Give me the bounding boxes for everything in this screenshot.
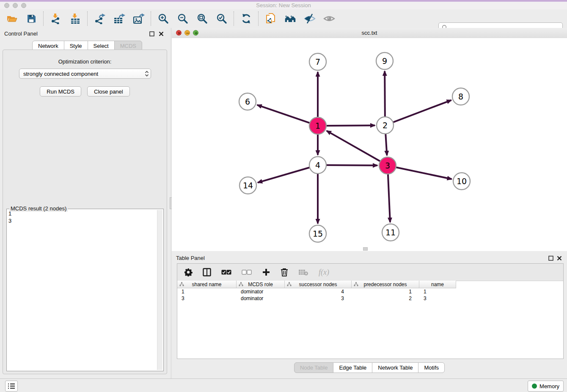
svg-text:14: 14 [243,181,253,190]
column-header-successor-nodes[interactable]: successor nodes [285,281,352,288]
table-toolbar: f(x) [177,264,563,281]
table-panel-tabs: Node TableEdge TableNetwork TableMotifs [172,362,567,373]
graph-edge-1-2[interactable] [325,125,375,126]
graph-node-8[interactable]: 8 [452,88,469,105]
graph-node-3[interactable]: 3 [379,157,396,174]
network-canvas[interactable]: 7968124314101511 [172,38,567,251]
mcds-result-list: 13 [8,210,11,224]
tab-edge-table[interactable]: Edge Table [333,362,372,373]
export-network-icon[interactable] [94,13,106,25]
apply-layout-icon[interactable] [240,13,252,25]
export-table-icon[interactable] [113,13,125,25]
close-panel-icon[interactable] [557,255,563,261]
graph-node-6[interactable]: 6 [239,93,256,110]
show-all-icon[interactable] [323,13,335,25]
node-table-container: f(x) shared nameMCDS rolesuccessor nodes… [177,263,564,359]
column-header-shared-name[interactable]: shared name [177,281,237,288]
hide-selection-icon[interactable] [304,13,316,25]
table-settings-gear-icon[interactable] [184,268,193,276]
task-history-button[interactable] [5,381,18,392]
graph-edge-4-14[interactable] [258,167,311,182]
graph-node-14[interactable]: 14 [239,177,256,194]
svg-text:10: 10 [457,177,467,186]
zoom-selected-icon[interactable] [216,13,228,25]
close-panel-button[interactable]: Close panel [87,86,130,97]
graph-node-2[interactable]: 2 [377,117,394,134]
memory-button[interactable]: Memory [528,381,564,392]
run-mcds-button[interactable]: Run MCDS [40,86,81,97]
column-header-name[interactable]: name [419,281,456,288]
graph-edge-2-3[interactable] [385,133,387,155]
window-accent-strip [0,0,567,2]
table-cell[interactable]: 1 [419,288,456,295]
chevron-updown-icon [143,70,151,77]
flow-hierarchy-icon [354,282,358,288]
zoom-in-icon[interactable] [157,13,169,25]
graph-edge-3-10[interactable] [395,167,452,179]
network-view-frame: scc.txt 7968124314101511 [172,28,567,251]
table-cell[interactable]: 3 [177,295,237,302]
close-panel-icon[interactable] [159,30,165,36]
select-all-columns-icon[interactable] [221,270,231,275]
import-table-icon[interactable] [69,13,81,25]
open-session-icon[interactable] [6,13,18,25]
float-panel-icon[interactable] [548,255,554,261]
canvas-grip[interactable] [363,247,368,251]
graph-edge-3-1[interactable] [327,131,381,162]
table-rows: 1dominator4113dominator323 [177,288,563,302]
zoom-fit-icon[interactable] [196,13,208,25]
result-scrollbar[interactable] [157,210,162,370]
status-bar: Memory [0,378,567,392]
memory-status-icon [532,384,537,389]
table-cell[interactable]: 4 [285,288,352,295]
zoom-out-icon[interactable] [177,13,189,25]
graph-edge-2-8[interactable] [392,100,451,123]
network-frame-titlebar: scc.txt [172,28,567,39]
column-header-label: MCDS role [248,282,273,287]
table-cell[interactable]: 1 [352,288,419,295]
graph-node-15[interactable]: 15 [309,225,326,242]
graph-node-9[interactable]: 9 [376,52,393,69]
table-cell[interactable]: dominator [237,295,285,302]
graph-edge-3-11[interactable] [388,173,390,222]
mcds-panel: Optimization criterion: strongly connect… [3,50,167,374]
delete-table-icon [298,269,308,276]
create-column-icon[interactable] [262,268,270,276]
column-header-MCDS-role[interactable]: MCDS role [237,281,285,288]
graph-node-10[interactable]: 10 [453,173,470,190]
tab-network-table[interactable]: Network Table [372,362,418,373]
tab-motifs[interactable]: Motifs [418,362,445,373]
graph-node-11[interactable]: 11 [382,224,399,241]
new-network-from-selection-icon[interactable] [265,13,277,25]
table-cell[interactable]: dominator [237,288,285,295]
column-header-label: successor nodes [299,282,337,287]
table-cell[interactable]: 1 [177,288,237,295]
table-cell[interactable]: 3 [285,295,352,302]
delete-column-trash-icon[interactable] [281,268,288,276]
table-row[interactable]: 1dominator411 [177,288,563,295]
save-session-icon[interactable] [25,13,37,25]
control-panel-title: Control Panel [4,30,38,37]
svg-text:9: 9 [382,56,387,66]
table-panel-header: Table Panel [172,252,567,263]
import-network-icon[interactable] [50,13,62,25]
table-row[interactable]: 3dominator323 [177,295,563,302]
graph-node-4[interactable]: 4 [309,157,326,174]
criterion-select[interactable]: strongly connected component [19,69,151,79]
export-image-icon[interactable] [133,13,145,25]
table-cell[interactable]: 3 [419,295,456,302]
tab-node-table[interactable]: Node Table [294,362,334,373]
float-panel-icon[interactable] [149,30,155,36]
unselect-all-columns-icon[interactable] [242,270,252,275]
graph-node-1[interactable]: 1 [309,117,326,134]
graph-node-7[interactable]: 7 [309,53,326,70]
graph-edge-2-9[interactable] [385,71,385,118]
graph-edge-1-6[interactable] [257,105,311,123]
column-header-predecessor-nodes[interactable]: predecessor nodes [352,281,419,288]
first-neighbors-icon[interactable] [284,13,296,25]
graph-edge-4-3[interactable] [325,165,377,166]
function-builder-icon: f(x) [319,268,329,277]
show-columns-icon[interactable] [203,268,211,276]
table-column-headers: shared nameMCDS rolesuccessor nodesprede… [177,281,456,288]
table-cell[interactable]: 2 [352,295,419,302]
